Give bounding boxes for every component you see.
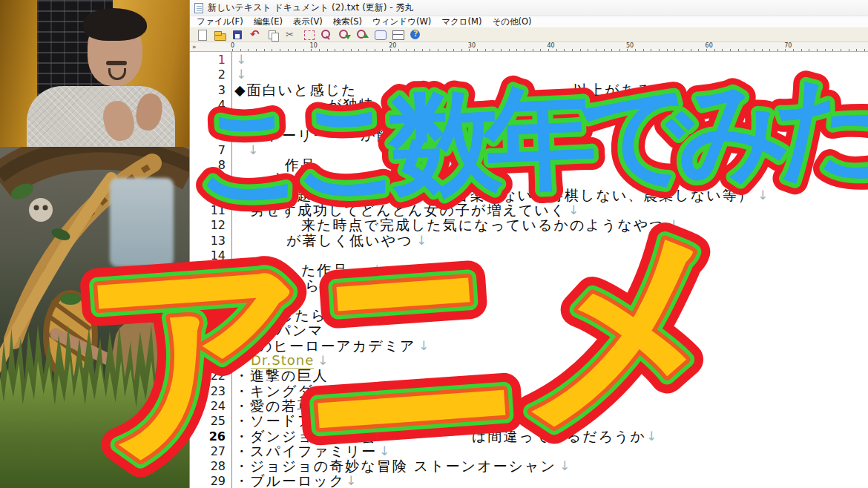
line-number: 26 bbox=[190, 429, 226, 444]
text-segment: ・ブルーロック bbox=[234, 473, 345, 488]
editor-line: 9記の要素が一つも無い↓ bbox=[190, 172, 868, 187]
text-segment: らしい世界に祝福 bbox=[305, 278, 431, 293]
text-segment: ・主要な題材がほぼ関係ない（音楽しない、将棋しない、農業しない等） bbox=[234, 188, 754, 202]
linebreak-mark: ↓ bbox=[318, 353, 329, 368]
ruler-mark: 70 bbox=[784, 42, 792, 49]
line-number: 6 bbox=[190, 128, 226, 142]
webcam-video bbox=[0, 0, 189, 147]
text-segment: ンパンマ bbox=[260, 323, 324, 337]
editor-line: 1↓ bbox=[190, 52, 868, 67]
line-text: 記の要素が一つも無い↓ bbox=[234, 172, 868, 187]
cut-icon[interactable] bbox=[283, 28, 299, 42]
app-icon bbox=[194, 3, 203, 13]
text-segment: 僕のヒーローアカデミア bbox=[242, 338, 416, 353]
line-text: らしい世界に祝福↓ bbox=[234, 278, 868, 293]
text-edit-area[interactable]: 1↓2↓3◆面白いと感じた以上がある↓4が独特ツッコ演5的↓6・ストーリーが飽き… bbox=[190, 52, 868, 488]
line-number: 17 bbox=[190, 294, 226, 308]
text-segment: ・ソードア bbox=[234, 413, 313, 428]
linebreak-mark: ↓ bbox=[436, 172, 448, 187]
line-text: が独特ツッコ演 bbox=[234, 97, 868, 112]
new-file-icon[interactable] bbox=[194, 28, 210, 42]
line-number: 8 bbox=[190, 158, 226, 172]
ruler-mark: 30 bbox=[468, 42, 476, 49]
line-text: ・ジョジョの奇妙な冒険 ストーンオーシャン↓ bbox=[234, 458, 868, 473]
menu-item-f[interactable]: ファイル(F) bbox=[191, 16, 249, 27]
text-segment: 演 bbox=[661, 97, 677, 112]
line-text: 的↓ bbox=[234, 112, 868, 127]
line-number: 3 bbox=[190, 83, 226, 97]
linebreak-mark: ↓ bbox=[672, 82, 684, 97]
line-text: ・主要な題材がほぼ関係ない（音楽しない、将棋しない、農業しない等）↓ bbox=[234, 188, 868, 202]
linebreak-mark: ↓ bbox=[416, 233, 428, 248]
line-number: 25 bbox=[190, 414, 226, 428]
text-segment: 的 bbox=[347, 112, 363, 127]
menu-item-w[interactable]: ウィンドウ(W) bbox=[367, 16, 436, 27]
line-number: 21 bbox=[190, 354, 226, 368]
line-text: ・進撃の巨人 bbox=[234, 368, 868, 383]
line-number: 7 bbox=[190, 143, 226, 157]
search-down-icon[interactable] bbox=[336, 28, 352, 42]
editor-line: 13が著しく低いやつ↓ bbox=[190, 233, 868, 248]
menu-item-m[interactable]: マクロ(M) bbox=[436, 16, 487, 27]
line-number: 23 bbox=[190, 384, 226, 398]
line-text: ・スパイファミリー↓ bbox=[234, 444, 868, 458]
line-text: ・ソードア bbox=[234, 413, 868, 428]
line-text: ・ストーリーが飽き bbox=[234, 128, 868, 142]
save-icon[interactable] bbox=[229, 28, 246, 42]
linebreak-mark: ↓ bbox=[248, 142, 260, 157]
editor-line: 19ンパンマ bbox=[190, 323, 868, 337]
editor-line: 23・キングダ bbox=[190, 383, 868, 398]
linebreak-mark: ↓ bbox=[346, 473, 358, 488]
line-text: ↓ bbox=[234, 52, 868, 67]
editor-line: 21・Dr.Stone↓ bbox=[190, 353, 868, 368]
line-text: 作品。 bbox=[234, 157, 868, 172]
editor-line: 5的↓ bbox=[190, 112, 868, 127]
ruler-mark: 0 bbox=[231, 42, 234, 49]
line-text: ・ダンジョンに出会は間違っているだろうか↓ bbox=[234, 429, 868, 444]
person-mustache bbox=[106, 61, 127, 65]
menu-item-e[interactable]: 編集(E) bbox=[249, 16, 288, 27]
linebreak-mark: ↓ bbox=[379, 444, 391, 458]
text-segment: したら bbox=[279, 308, 326, 323]
toolbar bbox=[190, 28, 868, 42]
menu-item-v[interactable]: 表示(V) bbox=[288, 16, 328, 27]
split-window-icon[interactable] bbox=[389, 28, 406, 42]
line-text bbox=[234, 248, 868, 263]
linebreak-mark: ↓ bbox=[236, 67, 248, 82]
editor-line: 22・進撃の巨人 bbox=[190, 368, 868, 383]
help-icon[interactable] bbox=[407, 28, 424, 42]
line-number: 10 bbox=[190, 188, 226, 202]
search-up-icon[interactable] bbox=[354, 28, 370, 42]
select-icon[interactable] bbox=[300, 28, 317, 42]
line-number: 11 bbox=[190, 203, 226, 217]
open-folder-icon[interactable] bbox=[211, 28, 228, 42]
menu-item-s[interactable]: 検索(S) bbox=[328, 16, 367, 27]
window-icon[interactable] bbox=[372, 28, 388, 42]
line-number: 27 bbox=[190, 444, 226, 458]
undo-icon[interactable] bbox=[247, 28, 263, 42]
text-segment: 記の要素が一つも無い bbox=[275, 172, 433, 187]
linebreak-mark: ↓ bbox=[366, 112, 378, 127]
ruler-mark: 40 bbox=[547, 42, 554, 49]
ruler-mark: 20 bbox=[389, 42, 396, 49]
editor-window: 新しいテキスト ドキュメント (2).txt (更新) - 秀丸 ファイル(F)… bbox=[189, 0, 868, 488]
line-text: したら bbox=[234, 308, 868, 323]
linebreak-mark: ↓ bbox=[568, 202, 580, 217]
line-text: ・Dr.Stone↓ bbox=[234, 353, 868, 368]
ruler-mark: 50 bbox=[626, 42, 634, 49]
game-video bbox=[0, 147, 189, 488]
editor-line: 28・ジョジョの奇妙な冒険 ストーンオーシャン↓ bbox=[190, 458, 868, 473]
sky-patch bbox=[110, 178, 174, 267]
line-text: ・キングダ bbox=[234, 383, 868, 398]
search-icon[interactable] bbox=[318, 28, 335, 42]
editor-line: 7↓ bbox=[190, 142, 868, 157]
menu-item-o[interactable]: その他(O) bbox=[487, 16, 536, 27]
copy-icon[interactable] bbox=[265, 28, 281, 42]
text-segment: ・キングダ bbox=[234, 383, 314, 398]
line-number: 18 bbox=[190, 309, 226, 323]
editor-line: 14 bbox=[190, 248, 868, 263]
line-number: 9 bbox=[190, 173, 226, 187]
ruler-mark: 60 bbox=[706, 42, 713, 49]
text-segment: が飽き bbox=[361, 128, 408, 142]
line-number: 1 bbox=[190, 53, 226, 67]
